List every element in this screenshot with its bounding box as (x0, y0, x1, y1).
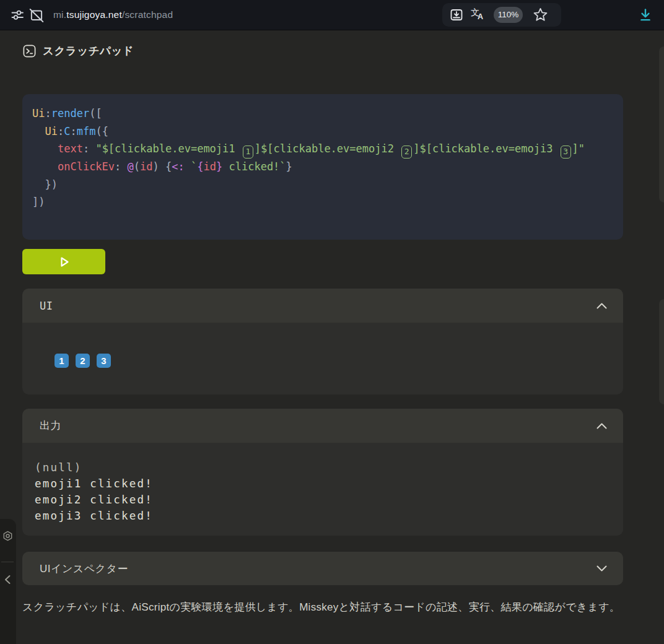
widget-panel-edge (659, 46, 664, 202)
keycap-emoji-2[interactable]: 2 (76, 354, 90, 368)
code-line: }) (32, 176, 613, 194)
code-line: ]) (32, 193, 613, 211)
code-token: { (197, 160, 203, 173)
code-token: ]$[clickable.ev=emoji3 (413, 142, 559, 155)
translate-icon[interactable]: 文 A (471, 7, 486, 22)
terminal-icon (22, 44, 37, 58)
code-token: @ (128, 160, 134, 173)
code-line: Ui:render([ (32, 105, 613, 123)
chevron-up-icon (596, 303, 607, 309)
ui-section-header[interactable]: UI (22, 289, 623, 323)
url-path: /scratchpad (122, 9, 173, 20)
divider (1, 562, 14, 562)
code-token (32, 142, 58, 155)
code-block: Ui:render([ Ui:C:mfm({ text: "$[clickabl… (32, 105, 613, 211)
code-token: ) { (153, 160, 172, 173)
code-token: }) (32, 178, 58, 191)
output-section-header[interactable]: 出力 (22, 409, 623, 443)
browser-toolbar: mi.tsujigoya.net/scratchpad 文 A 110% (0, 0, 664, 30)
circled-digit-1: 1 (243, 146, 253, 159)
page-description: スクラッチパッドは、AiScriptの実験環境を提供します。Misskeyと対話… (22, 599, 625, 616)
code-line: onClickEv: @(id) {<: `{id} clicked!`} (32, 158, 613, 176)
output-line: emoji1 clicked! (35, 476, 611, 492)
code-token: text (58, 142, 83, 155)
download-icon[interactable] (637, 7, 653, 23)
code-token: "$[clickable.ev=emoji1 (95, 142, 241, 155)
code-token: ]$[clickable.ev=emoji2 (255, 142, 400, 155)
code-token: mfm (77, 125, 96, 137)
code-token: } (216, 160, 222, 173)
code-token: ]) (32, 196, 45, 208)
code-token: render (51, 107, 89, 120)
output-section-body: (null)emoji1 clicked!emoji2 clicked!emoj… (22, 443, 623, 536)
ui-preview-emoji-row: 123 (55, 354, 111, 368)
code-token: ` (279, 160, 286, 173)
output-line: (null) (35, 459, 611, 476)
output-line: emoji2 clicked! (35, 492, 611, 508)
play-icon (56, 255, 71, 269)
chevron-down-icon (596, 565, 607, 572)
code-token: ({ (95, 125, 108, 137)
code-token (185, 160, 191, 173)
widget-panel-edge (659, 299, 664, 404)
run-button[interactable] (22, 249, 105, 274)
code-token: : (115, 160, 127, 173)
circled-digit-3: 3 (561, 146, 571, 159)
blocked-content-icon[interactable] (28, 7, 45, 24)
code-editor[interactable]: Ui:render([ Ui:C:mfm({ text: "$[clickabl… (22, 94, 623, 240)
code-token: clicked! (222, 160, 279, 173)
ui-inspector-header[interactable]: UIインスペクター (22, 552, 623, 585)
code-token: } (286, 160, 292, 173)
chevron-left-icon[interactable] (4, 575, 11, 585)
ui-inspector-label: UIインスペクター (40, 562, 128, 576)
code-token: : (58, 125, 64, 137)
code-token: Ui (32, 107, 45, 120)
code-token: ([ (89, 107, 102, 120)
circled-digit-2: 2 (401, 146, 412, 159)
widget-settings-icon[interactable] (2, 530, 14, 542)
code-token: : (70, 125, 76, 137)
code-token (32, 125, 45, 137)
code-token: id (140, 160, 152, 173)
output-line: emoji3 clicked! (35, 508, 611, 524)
code-token: ` (191, 160, 197, 173)
code-token: <: (172, 160, 184, 173)
code-token: onClickEv (58, 160, 115, 173)
sidebar-flap (0, 519, 16, 644)
bookmark-star-icon[interactable] (533, 7, 548, 22)
save-page-icon[interactable] (449, 7, 464, 22)
code-line: Ui:C:mfm({ (32, 123, 613, 141)
code-token: C (64, 125, 70, 137)
output-lines: (null)emoji1 clicked!emoji2 clicked!emoj… (35, 459, 611, 524)
keycap-emoji-1[interactable]: 1 (55, 354, 69, 368)
ui-section-label: UI (40, 300, 53, 312)
code-token (32, 160, 58, 173)
code-token: ( (134, 160, 140, 173)
toolbar-button-cluster: 文 A 110% (442, 3, 561, 27)
url-host: tsujigoya.net (66, 9, 122, 20)
output-section-label: 出力 (40, 419, 61, 433)
zoom-level-badge[interactable]: 110% (494, 7, 523, 23)
keycap-emoji-3[interactable]: 3 (97, 354, 111, 368)
code-token: Ui (45, 125, 57, 137)
ui-section-body: 123 (22, 323, 623, 394)
url-prefix: mi. (53, 9, 66, 20)
chevron-up-icon (596, 423, 607, 429)
code-token: id (204, 160, 216, 173)
code-line: text: "$[clickable.ev=emoji1 1]$[clickab… (32, 140, 613, 158)
address-bar[interactable]: mi.tsujigoya.net/scratchpad (53, 0, 173, 30)
page-header: スクラッチパッド (22, 43, 134, 58)
page-title: スクラッチパッド (43, 43, 134, 58)
code-token: : (45, 107, 51, 120)
code-token: ]" (572, 142, 585, 155)
code-token: : (83, 142, 95, 155)
tracking-protection-icon[interactable] (10, 7, 25, 22)
scratchpad-screen: mi.tsujigoya.net/scratchpad 文 A 110% (0, 0, 664, 644)
